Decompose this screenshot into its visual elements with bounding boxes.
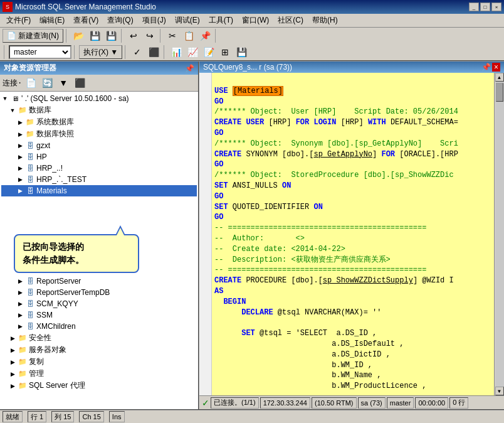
sql-agent-node[interactable]: ▶ 📁 SQL Server 代理 xyxy=(1,380,197,392)
scroll-thumb[interactable] xyxy=(496,83,503,102)
db-hp-expand[interactable]: ▶ xyxy=(16,153,24,161)
app-icon: S xyxy=(3,2,13,12)
db-reportserver[interactable]: ▶ 🗄 ReportServer xyxy=(1,276,197,287)
replication-node[interactable]: ▶ 📁 复制 xyxy=(1,356,197,368)
server-expand[interactable]: ▼ xyxy=(1,95,9,102)
scroll-up-button[interactable]: ▲ xyxy=(495,73,504,82)
tb-actual-plan-button[interactable]: 📊 xyxy=(169,45,184,59)
server-version: (10.50 RTM) xyxy=(312,397,357,409)
tb-undo-button[interactable]: ↩ xyxy=(126,29,141,43)
close-button[interactable]: × xyxy=(491,3,501,11)
tb-open-button[interactable]: 📂 xyxy=(71,29,86,43)
tb-cut-button[interactable]: ✂ xyxy=(165,29,180,43)
db-reportservertempdb-icon: 🗄 xyxy=(25,287,35,297)
oe-connect-button[interactable]: 连接· xyxy=(3,78,22,88)
db-snapshots-node[interactable]: ▶ 📁 数据库快照 xyxy=(1,128,197,140)
server-node[interactable]: ▼ 🖥 ' .' (SQL Server 10.50.1600 - sa) xyxy=(1,93,197,104)
execute-button[interactable]: 执行(X) ▼ xyxy=(79,45,122,59)
db-materials[interactable]: ▶ 🗄 Materials xyxy=(1,185,197,196)
menu-help[interactable]: 帮助(H) xyxy=(308,14,342,27)
scroll-track[interactable] xyxy=(495,82,504,387)
menu-debug[interactable]: 调试(E) xyxy=(171,14,204,27)
sql-agent-expand[interactable]: ▶ xyxy=(9,382,16,390)
server-objects-node[interactable]: ▶ 📁 服务器对象 xyxy=(1,344,197,356)
server-objects-expand[interactable]: ▶ xyxy=(9,346,16,354)
ch-position: Ch 15 xyxy=(79,411,103,422)
query-editor-content[interactable]: USE [Materials] GO /****** Object: User … xyxy=(212,73,494,395)
db-hrp1[interactable]: ▶ 🗄 HRP_..! xyxy=(1,163,197,174)
db-xmchildren[interactable]: ▶ 🗄 XMChildren xyxy=(1,321,197,332)
tb-copy-button[interactable]: 📋 xyxy=(181,29,196,43)
databases-icon: 📁 xyxy=(18,105,28,115)
oe-filter-button[interactable]: ▼ xyxy=(56,76,71,90)
menu-community[interactable]: 社区(C) xyxy=(274,14,307,27)
tb-paste-button[interactable]: 📌 xyxy=(197,29,213,43)
oe-refresh-button[interactable]: 🔄 xyxy=(39,76,55,90)
menu-file[interactable]: 文件(F) xyxy=(3,14,34,27)
oe-pin-icon[interactable]: 📌 xyxy=(185,64,194,73)
db-reportserver-label: ReportServer xyxy=(36,277,81,286)
databases-node[interactable]: ▼ 📁 数据库 xyxy=(1,104,197,116)
qp-close-icon[interactable]: × xyxy=(492,63,500,72)
tb-results-file-button[interactable]: 💾 xyxy=(234,45,249,59)
menu-project[interactable]: 项目(J) xyxy=(139,14,170,27)
db-hrp2[interactable]: ▶ 🗄 HRP_.`._TEST xyxy=(1,174,197,185)
qp-pin-icon[interactable]: 📌 xyxy=(481,63,491,72)
menu-view[interactable]: 查看(V) xyxy=(70,14,102,27)
db-xmchildren-expand[interactable]: ▶ xyxy=(16,323,24,330)
menu-window[interactable]: 窗口(W) xyxy=(238,14,273,27)
current-db: master xyxy=(387,397,414,409)
toolbar-separator-7 xyxy=(125,45,127,59)
databases-label: 数据库 xyxy=(29,105,51,115)
menu-edit[interactable]: 编辑(E) xyxy=(36,14,68,27)
tb-parse-button[interactable]: ✓ xyxy=(130,45,145,59)
vertical-scrollbar[interactable]: ▲ ▼ xyxy=(494,73,504,395)
menu-query[interactable]: 查询(Q) xyxy=(103,14,137,27)
minimize-button[interactable]: _ xyxy=(469,3,479,11)
db-reportservertempdb-expand[interactable]: ▶ xyxy=(16,289,24,296)
oe-stop-button[interactable]: ⬛ xyxy=(72,76,87,90)
db-hp[interactable]: ▶ 🗄 HP xyxy=(1,151,197,163)
management-node[interactable]: ▶ 📁 管理 xyxy=(1,368,197,380)
system-dbs-node[interactable]: ▶ 📁 系统数据库 xyxy=(1,116,197,128)
db-snapshots-expand[interactable]: ▶ xyxy=(16,131,24,138)
oe-new-button[interactable]: 📄 xyxy=(23,76,38,90)
db-ssm-label: SSM xyxy=(36,311,53,319)
db-scm[interactable]: ▶ 🗄 SCM_KQYY xyxy=(1,298,197,309)
db-gzxt-expand[interactable]: ▶ xyxy=(16,142,24,149)
db-scm-expand[interactable]: ▶ xyxy=(16,300,24,308)
db-hrp1-expand[interactable]: ▶ xyxy=(16,164,24,172)
menu-tools[interactable]: 工具(T) xyxy=(205,14,237,27)
tb-results-grid-button[interactable]: ⊞ xyxy=(218,45,233,59)
maximize-button[interactable]: □ xyxy=(480,3,490,11)
tb-client-stats-button[interactable]: 📈 xyxy=(185,45,200,59)
db-materials-expand[interactable]: ▶ xyxy=(16,187,24,195)
object-explorer-panel: 对象资源管理器 📌 连接· 📄 🔄 ▼ ⬛ ▼ 🖥 ' .' (SQL Serv… xyxy=(0,62,199,409)
tb-redo-button[interactable]: ↪ xyxy=(142,29,157,43)
db-reportservertempdb[interactable]: ▶ 🗄 ReportServerTempDB xyxy=(1,287,197,298)
server-icon: 🖥 xyxy=(10,94,20,104)
security-node[interactable]: ▶ 📁 安全性 xyxy=(1,332,197,344)
window-controls[interactable]: _ □ × xyxy=(469,3,501,11)
scroll-down-button[interactable]: ▼ xyxy=(495,387,504,395)
databases-expand[interactable]: ▼ xyxy=(9,107,16,114)
sql-agent-label: SQL Server 代理 xyxy=(29,380,85,391)
tb-results-text-button[interactable]: 📝 xyxy=(201,45,216,59)
db-reportserver-expand[interactable]: ▶ xyxy=(16,277,24,285)
security-icon: 📁 xyxy=(18,333,28,343)
security-expand[interactable]: ▶ xyxy=(9,335,16,342)
db-ssm[interactable]: ▶ 🗄 SSM xyxy=(1,309,197,321)
db-reportservertempdb-label: ReportServerTempDB xyxy=(36,288,110,297)
database-selector[interactable]: master xyxy=(9,45,71,59)
tb-save-button[interactable]: 💾 xyxy=(87,29,102,43)
db-ssm-expand[interactable]: ▶ xyxy=(16,311,24,319)
tb-save-all-button[interactable]: 💾 xyxy=(103,29,118,43)
system-dbs-expand[interactable]: ▶ xyxy=(16,119,24,126)
tb-stop-button[interactable]: ⬛ xyxy=(146,45,161,59)
management-expand[interactable]: ▶ xyxy=(9,370,16,378)
db-hrp2-expand[interactable]: ▶ xyxy=(16,176,24,183)
db-gzxt-label: gzxt xyxy=(36,141,50,150)
new-query-button[interactable]: 📄 新建查询(N) xyxy=(3,29,63,43)
replication-expand[interactable]: ▶ xyxy=(9,358,16,366)
db-gzxt[interactable]: ▶ 🗄 gzxt xyxy=(1,140,197,151)
